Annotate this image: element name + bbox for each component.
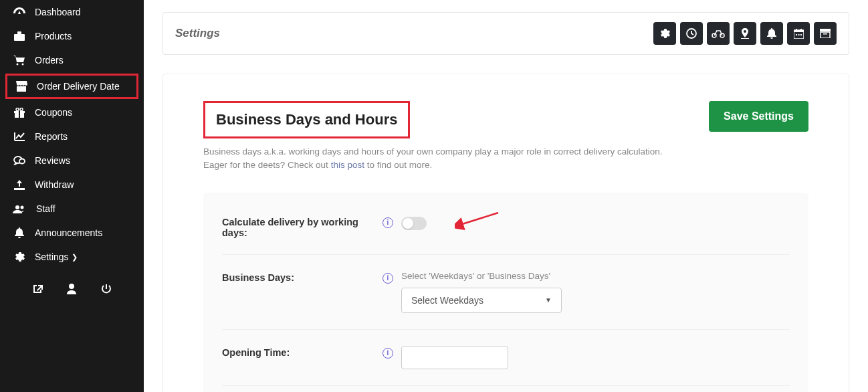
sidebar-item-label: Announcements [35, 227, 102, 238]
svg-point-12 [21, 205, 24, 209]
form-row-opening-time: Opening Time: i [222, 330, 790, 386]
sidebar-item-label: Reports [35, 131, 68, 142]
sidebar-item-reports[interactable]: Reports [0, 124, 144, 149]
products-icon [12, 31, 27, 41]
sidebar-item-label: Dashboard [35, 7, 81, 17]
orders-icon [12, 56, 27, 66]
sidebar-item-orders[interactable]: Orders [0, 48, 144, 72]
form-row-closing-time: Closing Time: i [222, 386, 790, 393]
sidebar-item-withdraw[interactable]: Withdraw [0, 173, 144, 197]
sidebar-item-products[interactable]: Products [0, 24, 144, 48]
sidebar-item-order-delivery-date[interactable]: Order Delivery Date [5, 74, 138, 99]
svg-rect-26 [823, 33, 827, 35]
sidebar-item-settings[interactable]: Settings ❯ [0, 245, 144, 269]
info-icon[interactable]: i [383, 348, 393, 359]
business-days-hint: Select 'Weekdays' or 'Business Days' [401, 271, 562, 281]
sidebar-item-coupons[interactable]: Coupons [0, 100, 144, 124]
info-icon[interactable]: i [383, 273, 393, 284]
sidebar-item-staff[interactable]: Staff [0, 197, 144, 221]
svg-rect-1 [17, 31, 21, 34]
toggle-knob [403, 218, 413, 229]
svg-rect-20 [800, 29, 802, 31]
main-content: Settings [144, 0, 868, 392]
header-tab-gear[interactable] [653, 22, 676, 45]
opening-time-label: Opening Time: [222, 346, 383, 358]
comment-icon [12, 156, 27, 165]
annotation-arrow [455, 210, 502, 230]
svg-point-10 [19, 159, 25, 164]
this-post-link[interactable]: this post [331, 160, 364, 170]
form-row-calculate: Calculate delivery by working days: i [222, 199, 790, 255]
sidebar-item-label: Settings [35, 252, 69, 262]
content-panel: Business Days and Hours Business days a.… [162, 74, 849, 392]
sidebar: Dashboard Products Orders Order Delivery… [0, 0, 144, 392]
svg-point-3 [22, 63, 24, 65]
svg-rect-0 [14, 34, 25, 41]
bell-icon [12, 227, 27, 238]
sidebar-bottom-actions [0, 274, 144, 304]
svg-rect-25 [821, 32, 830, 38]
header-tabs [653, 22, 837, 45]
store-icon [14, 81, 29, 92]
svg-rect-6 [19, 111, 20, 118]
sidebar-item-label: Reviews [35, 155, 70, 166]
section-header: Business Days and Hours Business days a.… [203, 101, 808, 173]
save-settings-button[interactable]: Save Settings [709, 101, 808, 132]
sidebar-item-label: Orders [35, 55, 64, 66]
svg-point-8 [20, 108, 23, 110]
section-description: Business days a.k.a. working days and ho… [203, 145, 685, 173]
sidebar-item-dashboard[interactable]: Dashboard [0, 0, 144, 24]
header-tab-clock[interactable] [680, 22, 703, 45]
chart-icon [12, 132, 27, 141]
form-row-business-days: Business Days: i Select 'Weekdays' or 'B… [222, 255, 790, 330]
svg-point-13 [69, 284, 74, 289]
section-title: Business Days and Hours [203, 101, 410, 138]
gift-icon [12, 108, 27, 118]
calculate-toggle[interactable] [401, 217, 427, 230]
calculate-label: Calculate delivery by working days: [222, 215, 383, 238]
page-title: Settings [175, 27, 220, 40]
svg-rect-21 [796, 34, 797, 35]
select-value: Select Weekdays [411, 295, 483, 306]
business-days-label: Business Days: [222, 271, 383, 283]
power-icon[interactable] [101, 284, 112, 294]
sidebar-item-label: Withdraw [35, 179, 74, 190]
sidebar-item-label: Staff [36, 203, 56, 214]
svg-rect-18 [794, 30, 804, 32]
svg-rect-19 [796, 29, 797, 31]
sidebar-item-label: Products [35, 31, 72, 41]
header-tab-location[interactable] [734, 22, 756, 45]
opening-time-input[interactable] [401, 346, 508, 369]
header-tab-archive[interactable] [814, 22, 837, 45]
sidebar-item-reviews[interactable]: Reviews [0, 149, 144, 173]
chevron-right-icon: ❯ [72, 253, 78, 262]
gear-icon [12, 252, 27, 262]
header-bar: Settings [162, 12, 849, 55]
sidebar-item-label: Order Delivery Date [37, 81, 120, 92]
svg-point-11 [15, 205, 19, 209]
user-icon[interactable] [67, 284, 76, 294]
header-tab-calendar[interactable] [787, 22, 810, 45]
header-tab-bell[interactable] [760, 22, 783, 45]
sidebar-item-label: Coupons [35, 107, 72, 118]
sidebar-item-announcements[interactable]: Announcements [0, 221, 144, 245]
weekdays-select[interactable]: Select Weekdays ▼ [401, 288, 562, 313]
svg-rect-22 [798, 34, 799, 35]
external-link-icon[interactable] [32, 284, 43, 294]
upload-icon [12, 180, 27, 190]
svg-point-7 [16, 108, 19, 110]
svg-rect-23 [800, 34, 802, 35]
chevron-down-icon: ▼ [545, 296, 552, 304]
users-icon [12, 205, 27, 213]
svg-rect-24 [820, 29, 831, 31]
header-tab-bike[interactable] [707, 22, 730, 45]
settings-form: Calculate delivery by working days: i Bu… [203, 193, 808, 393]
svg-point-2 [17, 63, 19, 65]
dashboard-icon [12, 7, 27, 17]
info-icon[interactable]: i [383, 217, 393, 228]
